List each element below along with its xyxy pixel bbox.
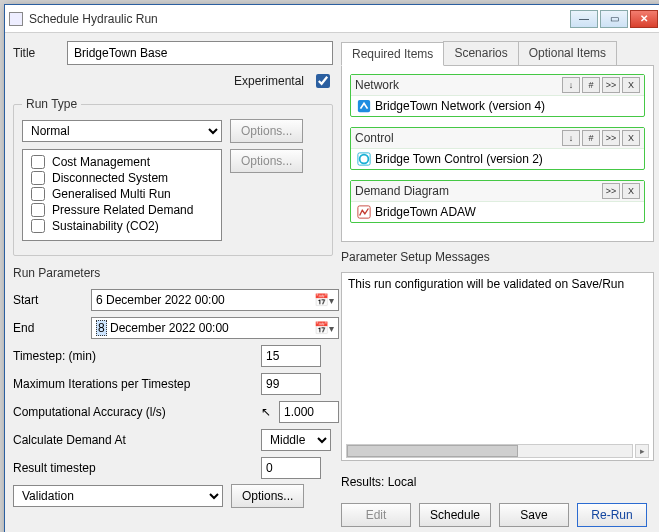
title-input[interactable] <box>67 41 333 65</box>
result-timestep-input[interactable] <box>261 457 321 479</box>
end-datetime-picker[interactable]: 8 December 2022 00:00 📅▾ <box>91 317 339 339</box>
demand-diagram-icon <box>357 205 371 219</box>
param-messages-heading: Parameter Setup Messages <box>341 250 654 264</box>
calendar-icon: 📅 <box>314 321 329 335</box>
network-item-name[interactable]: BridgeTown Network (version 4) <box>375 99 545 113</box>
scroll-right-button[interactable]: ▸ <box>635 444 649 458</box>
timestep-input[interactable] <box>261 345 321 367</box>
chevron-down-icon: ▾ <box>329 323 334 334</box>
tab-required-items[interactable]: Required Items <box>341 42 444 66</box>
window-title: Schedule Hydraulic Run <box>29 12 570 26</box>
titlebar[interactable]: Schedule Hydraulic Run — ▭ ✕ <box>5 5 659 33</box>
end-label: End <box>13 321 83 335</box>
run-type-select[interactable]: Normal <box>22 120 222 142</box>
run-type-group: Run Type Normal Options... Cost Manageme… <box>13 97 333 256</box>
required-network-heading: Network <box>355 78 560 92</box>
param-messages-box[interactable]: This run configuration will be validated… <box>341 272 654 461</box>
minimize-button[interactable]: — <box>570 10 598 28</box>
run-parameters-group: Run Parameters Start 6 December 2022 00:… <box>13 264 339 510</box>
network-hash-button[interactable]: # <box>582 77 600 93</box>
tab-body-required: Network ↓ # >> X BridgeTown Network (ver… <box>341 66 654 242</box>
cursor-icon: ↖ <box>261 405 271 419</box>
max-iterations-input[interactable] <box>261 373 321 395</box>
max-iterations-label: Maximum Iterations per Timestep <box>13 377 253 391</box>
required-control-heading: Control <box>355 131 560 145</box>
flag-sustainability[interactable]: Sustainability (CO2) <box>27 218 217 234</box>
experimental-label: Experimental <box>234 74 304 88</box>
horizontal-scrollbar[interactable] <box>346 444 633 458</box>
network-remove-button[interactable]: X <box>622 77 640 93</box>
flag-disconnected-system[interactable]: Disconnected System <box>27 170 217 186</box>
control-down-button[interactable]: ↓ <box>562 130 580 146</box>
title-label: Title <box>13 46 59 60</box>
control-open-button[interactable]: >> <box>602 130 620 146</box>
tab-optional-items[interactable]: Optional Items <box>518 41 617 65</box>
demand-remove-button[interactable]: X <box>622 183 640 199</box>
svg-rect-0 <box>358 100 370 112</box>
results-label: Results: Local <box>341 475 654 489</box>
right-column: Required Items Scenarios Optional Items … <box>341 41 654 527</box>
network-icon <box>357 99 371 113</box>
run-type-options-button-2[interactable]: Options... <box>230 149 303 173</box>
required-demand-heading: Demand Diagram <box>355 184 600 198</box>
flag-pressure-related-demand[interactable]: Pressure Related Demand <box>27 202 217 218</box>
schedule-button[interactable]: Schedule <box>419 503 491 527</box>
calendar-icon: 📅 <box>314 293 329 307</box>
left-column: Title Experimental Run Type Normal Optio… <box>13 41 333 527</box>
tabstrip: Required Items Scenarios Optional Items <box>341 41 654 66</box>
edit-button[interactable]: Edit <box>341 503 411 527</box>
experimental-checkbox[interactable] <box>316 74 330 88</box>
tab-scenarios[interactable]: Scenarios <box>443 41 518 65</box>
computational-accuracy-input[interactable] <box>279 401 339 423</box>
mode-select[interactable]: Validation <box>13 485 223 507</box>
control-hash-button[interactable]: # <box>582 130 600 146</box>
run-parameters-legend: Run Parameters <box>13 266 339 280</box>
flag-cost-management[interactable]: Cost Management <box>27 154 217 170</box>
start-label: Start <box>13 293 83 307</box>
mode-options-button[interactable]: Options... <box>231 484 304 508</box>
flag-generalised-multi-run[interactable]: Generalised Multi Run <box>27 186 217 202</box>
run-type-options-button-1[interactable]: Options... <box>230 119 303 143</box>
timestep-label: Timestep: (min) <box>13 349 253 363</box>
control-icon <box>357 152 371 166</box>
calc-demand-label: Calculate Demand At <box>13 433 253 447</box>
required-demand: Demand Diagram >> X BridgeTown ADAW <box>350 180 645 223</box>
demand-item-name[interactable]: BridgeTown ADAW <box>375 205 476 219</box>
computational-accuracy-label: Computational Accuracy (l/s) <box>13 405 253 419</box>
result-timestep-label: Result timestep <box>13 461 253 475</box>
calc-demand-select[interactable]: Middle <box>261 429 331 451</box>
window: Schedule Hydraulic Run — ▭ ✕ Title Exper… <box>4 4 659 532</box>
maximize-button[interactable]: ▭ <box>600 10 628 28</box>
save-button[interactable]: Save <box>499 503 569 527</box>
run-type-flags-list[interactable]: Cost Management Disconnected System Gene… <box>22 149 222 241</box>
run-type-legend: Run Type <box>22 97 81 111</box>
close-button[interactable]: ✕ <box>630 10 658 28</box>
control-item-name[interactable]: Bridge Town Control (version 2) <box>375 152 543 166</box>
app-icon <box>9 12 23 26</box>
rerun-button[interactable]: Re-Run <box>577 503 647 527</box>
control-remove-button[interactable]: X <box>622 130 640 146</box>
network-down-button[interactable]: ↓ <box>562 77 580 93</box>
chevron-down-icon: ▾ <box>329 295 334 306</box>
required-network: Network ↓ # >> X BridgeTown Network (ver… <box>350 74 645 117</box>
required-control: Control ↓ # >> X Bridge Town Control (ve… <box>350 127 645 170</box>
footer-buttons: Edit Schedule Save Re-Run <box>341 503 654 527</box>
param-messages-text: This run configuration will be validated… <box>348 277 647 291</box>
demand-open-button[interactable]: >> <box>602 183 620 199</box>
start-datetime-picker[interactable]: 6 December 2022 00:00 📅▾ <box>91 289 339 311</box>
network-open-button[interactable]: >> <box>602 77 620 93</box>
scrollbar-thumb[interactable] <box>347 445 518 457</box>
